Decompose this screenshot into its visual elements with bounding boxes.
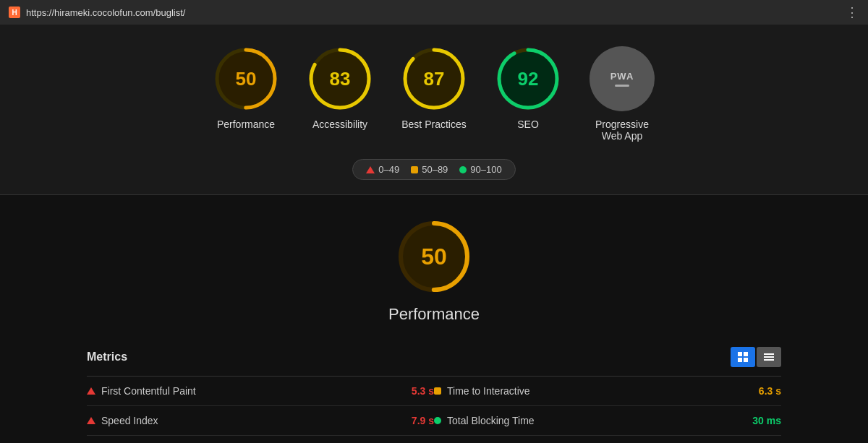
legend-high: 90–100 <box>459 164 501 175</box>
score-circle-accessibility: 83 <box>307 46 373 111</box>
green-circle-icon <box>459 166 467 173</box>
score-circle-best-practices: 87 <box>401 46 467 111</box>
metric-row: Cumulative Layout Shift 0.007 <box>434 436 781 443</box>
favicon-icon: H <box>9 7 20 18</box>
view-toggle <box>731 347 781 367</box>
red-triangle-icon <box>87 387 95 395</box>
score-number-accessibility: 83 <box>330 68 351 90</box>
metric-value: 30 ms <box>752 415 781 426</box>
score-item-pwa[interactable]: PWA ProgressiveWeb App <box>590 46 655 142</box>
metric-name: First Contentful Paint <box>101 385 406 397</box>
metrics-header: Metrics <box>87 341 781 377</box>
score-circle-performance: 50 <box>213 46 278 111</box>
score-circle-seo: 92 <box>495 46 561 111</box>
detail-score-number: 50 <box>421 244 447 270</box>
metrics-right-col: Time to Interactive 6.3 s Total Blocking… <box>434 377 781 443</box>
detail-section: 50 Performance Metrics <box>0 195 868 443</box>
detail-score-label: Performance <box>388 305 480 324</box>
metric-row: First Contentful Paint 5.3 s <box>87 377 434 406</box>
score-number-performance: 50 <box>236 68 257 90</box>
metric-name: Total Blocking Time <box>447 415 746 426</box>
svg-rect-19 <box>764 353 774 355</box>
metric-row: Total Blocking Time 30 ms <box>434 406 781 436</box>
red-triangle-icon <box>366 166 375 173</box>
legend-high-range: 90–100 <box>470 164 501 175</box>
svg-rect-20 <box>764 356 774 358</box>
orange-square-icon <box>411 166 418 173</box>
legend-low-range: 0–49 <box>378 164 399 175</box>
green-circle-icon <box>434 417 441 424</box>
legend-bar: 0–49 50–89 90–100 <box>14 159 854 180</box>
grid-view-button[interactable] <box>731 347 755 367</box>
metric-value: 6.3 s <box>759 385 781 397</box>
orange-square-icon <box>434 387 441 395</box>
score-label-best-practices: Best Practices <box>401 119 466 130</box>
legend-mid-range: 50–89 <box>422 164 448 175</box>
metrics-left-col: First Contentful Paint 5.3 s Speed Index… <box>87 377 434 443</box>
detail-score-center: 50 Performance <box>14 217 854 324</box>
scores-overview-section: 50 Performance 83 Accessibility 87 Best … <box>0 25 868 195</box>
pwa-dash-icon <box>615 85 629 87</box>
score-number-best-practices: 87 <box>424 68 445 90</box>
metrics-section: Metrics <box>87 341 781 443</box>
score-item-best-practices[interactable]: 87 Best Practices <box>401 46 467 130</box>
metric-name: Speed Index <box>101 415 406 426</box>
metric-value: 7.9 s <box>412 415 434 426</box>
url-bar: H https://hirameki.cocolofun.com/buglist… <box>9 7 185 18</box>
score-item-performance[interactable]: 50 Performance <box>213 46 278 130</box>
score-number-seo: 92 <box>518 68 539 90</box>
svg-rect-18 <box>744 358 748 362</box>
top-bar: H https://hirameki.cocolofun.com/buglist… <box>0 0 868 25</box>
metric-row: Speed Index 7.9 s <box>87 406 434 436</box>
score-label-performance: Performance <box>217 119 275 130</box>
scores-row: 50 Performance 83 Accessibility 87 Best … <box>14 46 854 142</box>
svg-rect-17 <box>738 358 742 362</box>
score-label-seo: SEO <box>517 119 539 130</box>
legend-mid: 50–89 <box>411 164 448 175</box>
score-label-accessibility: Accessibility <box>312 119 367 130</box>
metric-row: Time to Interactive 6.3 s <box>434 377 781 406</box>
metrics-grid: First Contentful Paint 5.3 s Speed Index… <box>87 377 781 443</box>
url-text: https://hirameki.cocolofun.com/buglist/ <box>26 7 185 18</box>
score-item-accessibility[interactable]: 83 Accessibility <box>307 46 373 130</box>
metric-value: 5.3 s <box>412 385 434 397</box>
pwa-label: ProgressiveWeb App <box>595 119 649 142</box>
red-triangle-icon <box>87 417 95 424</box>
metrics-title: Metrics <box>87 350 127 364</box>
legend-low: 0–49 <box>366 164 399 175</box>
legend-pill: 0–49 50–89 90–100 <box>352 159 515 180</box>
svg-rect-15 <box>738 352 742 356</box>
detail-score-circle: 50 <box>394 217 474 296</box>
svg-rect-16 <box>744 352 748 356</box>
svg-rect-21 <box>764 359 774 361</box>
list-view-button[interactable] <box>757 347 781 367</box>
pwa-circle: PWA <box>590 46 655 111</box>
metric-row: Largest Contentful Paint 5.8 s <box>87 436 434 443</box>
pwa-text: PWA <box>610 71 634 82</box>
metric-name: Time to Interactive <box>447 385 753 397</box>
score-item-seo[interactable]: 92 SEO <box>495 46 561 130</box>
menu-icon[interactable]: ⋮ <box>846 4 859 20</box>
